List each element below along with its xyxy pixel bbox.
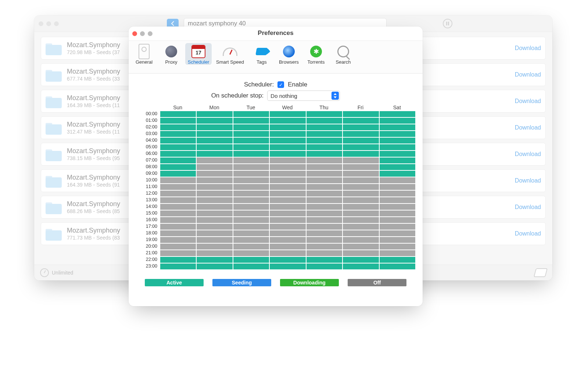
schedule-cell[interactable] xyxy=(160,124,196,130)
schedule-cell[interactable] xyxy=(343,237,379,243)
schedule-cell[interactable] xyxy=(306,191,342,197)
schedule-cell[interactable] xyxy=(380,230,415,236)
schedule-cell[interactable] xyxy=(306,138,342,144)
schedule-cell[interactable] xyxy=(270,224,305,230)
schedule-cell[interactable] xyxy=(343,263,379,269)
schedule-cell[interactable] xyxy=(270,158,305,163)
schedule-cell[interactable] xyxy=(233,158,269,163)
schedule-cell[interactable] xyxy=(160,250,196,256)
schedule-cell[interactable] xyxy=(270,230,305,236)
schedule-cell[interactable] xyxy=(380,131,415,137)
schedule-cell[interactable] xyxy=(306,224,342,230)
schedule-cell[interactable] xyxy=(380,118,415,124)
schedule-cell[interactable] xyxy=(343,204,379,210)
schedule-cell[interactable] xyxy=(270,138,305,144)
schedule-cell[interactable] xyxy=(233,204,269,210)
schedule-cell[interactable] xyxy=(270,144,305,150)
schedule-cell[interactable] xyxy=(270,210,305,216)
schedule-cell[interactable] xyxy=(233,250,269,256)
schedule-cell[interactable] xyxy=(343,257,379,263)
schedule-cell[interactable] xyxy=(343,230,379,236)
schedule-cell[interactable] xyxy=(160,197,196,203)
schedule-cell[interactable] xyxy=(306,111,342,117)
schedule-cell[interactable] xyxy=(160,184,196,190)
schedule-cell[interactable] xyxy=(160,111,196,117)
schedule-cell[interactable] xyxy=(380,244,415,250)
schedule-cell[interactable] xyxy=(343,144,379,150)
tab-tags[interactable]: Tags xyxy=(248,43,275,65)
schedule-cell[interactable] xyxy=(197,177,232,183)
tab-torrents[interactable]: Torrents xyxy=(303,43,329,65)
schedule-cell[interactable] xyxy=(160,158,196,163)
schedule-cell[interactable] xyxy=(380,158,415,163)
schedule-cell[interactable] xyxy=(197,204,232,210)
schedule-cell[interactable] xyxy=(306,230,342,236)
schedule-cell[interactable] xyxy=(380,210,415,216)
schedule-cell[interactable] xyxy=(380,237,415,243)
schedule-cell[interactable] xyxy=(197,131,232,137)
schedule-cell[interactable] xyxy=(270,118,305,124)
schedule-cell[interactable] xyxy=(380,204,415,210)
schedule-cell[interactable] xyxy=(160,230,196,236)
schedule-cell[interactable] xyxy=(233,144,269,150)
schedule-cell[interactable] xyxy=(197,171,232,177)
schedule-cell[interactable] xyxy=(306,217,342,223)
schedule-cell[interactable] xyxy=(306,244,342,250)
schedule-cell[interactable] xyxy=(160,263,196,269)
schedule-cell[interactable] xyxy=(197,118,232,124)
schedule-cell[interactable] xyxy=(270,244,305,250)
legend-off[interactable]: Off xyxy=(348,279,406,286)
schedule-cell[interactable] xyxy=(197,244,232,250)
schedule-cell[interactable] xyxy=(306,177,342,183)
schedule-cell[interactable] xyxy=(343,131,379,137)
schedule-cell[interactable] xyxy=(197,158,232,163)
schedule-cell[interactable] xyxy=(160,171,196,177)
tab-proxy[interactable]: Proxy xyxy=(158,43,184,65)
schedule-cell[interactable] xyxy=(233,138,269,144)
tab-smart-speed[interactable]: Smart Speed xyxy=(212,43,248,65)
schedule-cell[interactable] xyxy=(197,111,232,117)
schedule-cell[interactable] xyxy=(160,210,196,216)
schedule-cell[interactable] xyxy=(233,230,269,236)
schedule-cell[interactable] xyxy=(306,131,342,137)
schedule-cell[interactable] xyxy=(160,144,196,150)
schedule-cell[interactable] xyxy=(233,191,269,197)
schedule-cell[interactable] xyxy=(343,171,379,177)
schedule-cell[interactable] xyxy=(160,177,196,183)
schedule-cell[interactable] xyxy=(233,118,269,124)
schedule-cell[interactable] xyxy=(306,197,342,203)
schedule-cell[interactable] xyxy=(197,151,232,157)
schedule-cell[interactable] xyxy=(233,257,269,263)
schedule-cell[interactable] xyxy=(343,184,379,190)
legend-active[interactable]: Active xyxy=(145,279,204,286)
schedule-cell[interactable] xyxy=(306,204,342,210)
schedule-cell[interactable] xyxy=(270,237,305,243)
schedule-cell[interactable] xyxy=(270,263,305,269)
schedule-cell[interactable] xyxy=(233,210,269,216)
schedule-cell[interactable] xyxy=(197,138,232,144)
schedule-cell[interactable] xyxy=(233,164,269,170)
schedule-cell[interactable] xyxy=(380,217,415,223)
schedule-cell[interactable] xyxy=(270,184,305,190)
schedule-cell[interactable] xyxy=(380,111,415,117)
tab-scheduler[interactable]: Scheduler xyxy=(185,43,212,65)
schedule-cell[interactable] xyxy=(343,224,379,230)
schedule-cell[interactable] xyxy=(270,191,305,197)
schedule-cell[interactable] xyxy=(197,164,232,170)
schedule-cell[interactable] xyxy=(306,184,342,190)
schedule-cell[interactable] xyxy=(343,177,379,183)
schedule-cell[interactable] xyxy=(233,131,269,137)
schedule-cell[interactable] xyxy=(160,164,196,170)
schedule-cell[interactable] xyxy=(380,164,415,170)
schedule-cell[interactable] xyxy=(380,263,415,269)
schedule-cell[interactable] xyxy=(343,158,379,163)
schedule-cell[interactable] xyxy=(160,131,196,137)
schedule-cell[interactable] xyxy=(160,224,196,230)
schedule-cell[interactable] xyxy=(306,210,342,216)
schedule-cell[interactable] xyxy=(197,257,232,263)
schedule-cell[interactable] xyxy=(160,118,196,124)
schedule-cell[interactable] xyxy=(270,197,305,203)
schedule-cell[interactable] xyxy=(197,237,232,243)
schedule-cell[interactable] xyxy=(343,111,379,117)
schedule-cell[interactable] xyxy=(380,138,415,144)
